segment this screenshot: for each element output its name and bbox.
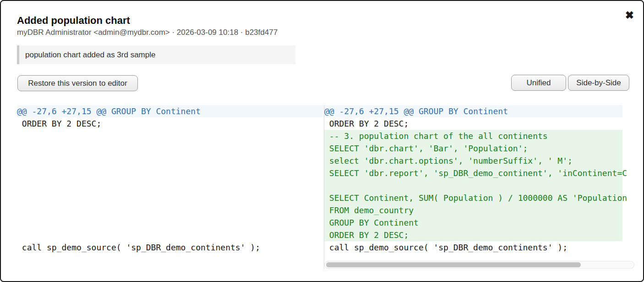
diff-line-empty: [17, 204, 323, 216]
horizontal-scrollbar[interactable]: [324, 261, 634, 269]
diff-line-empty: [17, 167, 323, 179]
commit-comment-box: population chart added as 3rd sample: [17, 45, 295, 64]
diff-line-empty: [17, 216, 323, 229]
diff-line-added: select 'dbr.chart.options', 'numberSuffi…: [324, 155, 622, 167]
diff-line-empty: [17, 142, 323, 155]
diff-line-ctx: ORDER BY 2 DESC;: [324, 117, 622, 130]
diff-line-empty: [17, 130, 323, 142]
diff-line-hunk: @@ -27,6 +27,15 @@ GROUP BY Continent: [324, 105, 622, 117]
scrollbar-thumb[interactable]: [326, 262, 581, 267]
diff-line-added: [324, 179, 622, 192]
commit-comment-text: population chart added as 3rd sample: [25, 50, 155, 60]
diff-panel-new: @@ -27,6 +27,15 @@ GROUP BY Continent OR…: [324, 105, 634, 269]
diff-line-ctx: call sp_demo_source( 'sp_DBR_demo_contin…: [324, 241, 622, 254]
commit-meta: myDBR Administrator <admin@mydbr.com> · …: [17, 28, 278, 37]
diff-line-ctx: ORDER BY 2 DESC;: [17, 117, 323, 130]
unified-view-button[interactable]: Unified: [511, 75, 566, 91]
diff-line-added: ORDER BY 2 DESC;: [324, 229, 622, 241]
diff-line-empty: [17, 192, 323, 204]
diff-line-added: FROM demo_country: [324, 204, 622, 216]
diff-line-ctx: call sp_demo_source( 'sp_DBR_demo_contin…: [17, 241, 323, 254]
diff-line-added: SELECT Continent, SUM( Population ) / 10…: [324, 192, 622, 204]
close-icon[interactable]: ✖: [623, 8, 636, 22]
diff-panel-old: @@ -27,6 +27,15 @@ GROUP BY Continent OR…: [17, 105, 317, 269]
diff-line-empty: [17, 179, 323, 192]
diff-line-empty: [17, 229, 323, 241]
diff-line-added: GROUP BY Continent: [324, 216, 622, 229]
page-title: Added population chart: [17, 15, 130, 27]
diff-line-added: SELECT 'dbr.chart', 'Bar', 'Population';: [324, 142, 622, 155]
diff-line-added: -- 3. population chart of the all contin…: [324, 130, 622, 142]
diff-line-added: SELECT 'dbr.report', 'sp_DBR_demo_contin…: [324, 167, 622, 179]
side-by-side-view-button[interactable]: Side-by-Side: [568, 75, 629, 91]
diff-line-hunk: @@ -27,6 +27,15 @@ GROUP BY Continent: [17, 105, 323, 117]
diff-old-lines: @@ -27,6 +27,15 @@ GROUP BY Continent OR…: [17, 105, 323, 254]
restore-version-button[interactable]: Restore this version to editor: [17, 75, 138, 91]
diff-line-empty: [17, 155, 323, 167]
version-diff-dialog: Added population chart myDBR Administrat…: [0, 0, 644, 282]
diff-new-lines: @@ -27,6 +27,15 @@ GROUP BY Continent OR…: [324, 105, 630, 254]
